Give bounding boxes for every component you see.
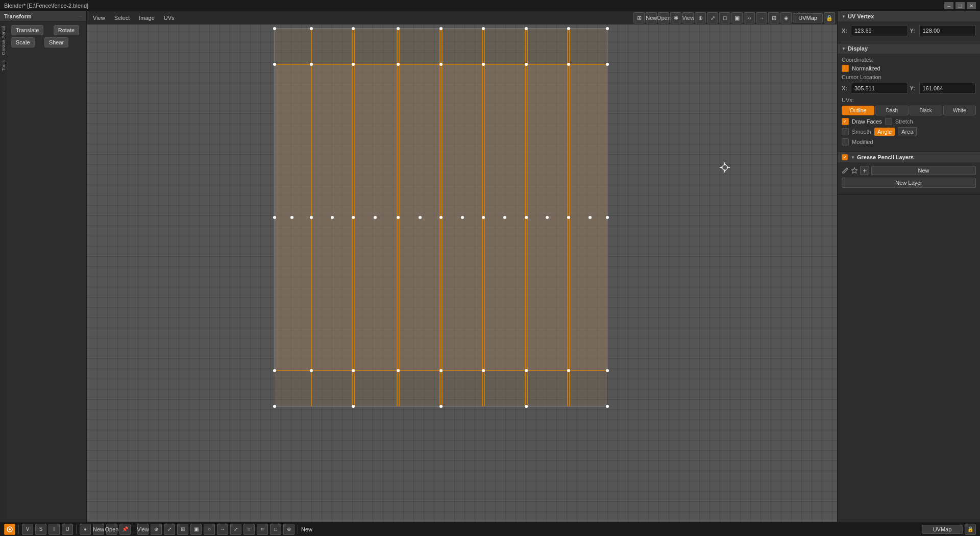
- new-layer-btn[interactable]: New Layer: [842, 178, 976, 188]
- add-layer-btn[interactable]: +: [860, 166, 869, 175]
- proportional-icon[interactable]: ≡: [243, 524, 255, 535]
- select-icon[interactable]: S: [35, 524, 46, 535]
- viewport-icon-8[interactable]: →: [756, 12, 767, 23]
- uv-y-label: Y:: [910, 28, 917, 34]
- new-layer-label-btn[interactable]: New: [871, 166, 976, 175]
- open-status-btn[interactable]: Open: [106, 524, 117, 535]
- viewport-icon-6[interactable]: ▣: [731, 12, 743, 23]
- svg-point-52: [397, 216, 400, 219]
- angle-tag[interactable]: Angle: [874, 128, 895, 136]
- viewport-icon-7[interactable]: ○: [744, 12, 755, 23]
- resize-icon[interactable]: ⤢: [230, 524, 241, 535]
- star-icon[interactable]: [851, 167, 858, 174]
- viewport-icon-10[interactable]: ◈: [780, 12, 792, 23]
- open-image-btn[interactable]: Open: [658, 12, 669, 23]
- view-menu-btn[interactable]: View: [89, 14, 109, 22]
- new-status-text: New: [301, 526, 312, 532]
- draw-faces-row: ✓ Draw Faces Stretch: [838, 117, 980, 126]
- uv-viewport[interactable]: View Select Image UVs ⊞ New Open ✱ View …: [87, 11, 837, 522]
- new-image-btn[interactable]: New: [646, 12, 657, 23]
- status-sep-4: [298, 525, 298, 534]
- snap-icon[interactable]: ⤢: [164, 524, 175, 535]
- transform-panel-title: Transform: [4, 13, 32, 19]
- viewport-top-strip: View Select Image UVs ⊞ New Open ✱ View …: [87, 11, 837, 25]
- smooth-checkbox[interactable]: [842, 128, 849, 135]
- svg-point-62: [606, 216, 609, 219]
- svg-point-31: [397, 27, 400, 30]
- viewport-icon-5[interactable]: □: [719, 12, 730, 23]
- uv-x-field[interactable]: 123.69: [851, 25, 908, 36]
- mode-icon[interactable]: ●: [80, 524, 91, 535]
- uv-vertex-header[interactable]: ▼ UV Vertex: [838, 11, 980, 21]
- uv-y-field[interactable]: 128.00: [919, 25, 976, 36]
- svg-point-59: [546, 216, 549, 219]
- new-layer-text: New Layer: [895, 180, 922, 186]
- select-menu-btn[interactable]: Select: [110, 14, 134, 22]
- gp-title: Grease Pencil Layers: [857, 154, 914, 160]
- close-button[interactable]: ✕: [967, 2, 976, 9]
- area-tag[interactable]: Area: [898, 127, 917, 136]
- render-type-icon[interactable]: ⊕: [151, 524, 162, 535]
- pin-icon[interactable]: 📌: [119, 524, 131, 535]
- draw-faces-checkbox[interactable]: ✓: [842, 118, 849, 125]
- view-icon[interactable]: V: [22, 524, 33, 535]
- svg-point-44: [567, 63, 570, 66]
- uv-y-value: 128.00: [923, 28, 940, 34]
- view-type-icon[interactable]: View: [137, 524, 149, 535]
- props-icon[interactable]: ▣: [190, 524, 202, 535]
- svg-point-48: [310, 216, 313, 219]
- circle-icon[interactable]: ○: [204, 524, 215, 535]
- scale-button[interactable]: Scale: [11, 37, 35, 47]
- display-header[interactable]: ▼ Display: [838, 43, 980, 54]
- svg-point-47: [290, 216, 293, 219]
- mesh-icon[interactable]: ⌗: [257, 524, 268, 535]
- add-icon[interactable]: ⊕: [283, 524, 295, 535]
- viewport-icon-9[interactable]: ⊞: [768, 12, 779, 23]
- arrow-icon[interactable]: →: [217, 524, 228, 535]
- uv-vertex-title: UV Vertex: [848, 13, 874, 19]
- new-image-status-btn[interactable]: New: [93, 524, 104, 535]
- grease-pencil-header[interactable]: ✓ ▼ Grease Pencil Layers: [838, 152, 980, 162]
- svg-rect-12: [275, 371, 607, 406]
- lock-status-icon[interactable]: 🔒: [965, 524, 976, 535]
- image-icon[interactable]: I: [48, 524, 60, 535]
- cursor-y-field[interactable]: 161.084: [919, 83, 976, 94]
- minimize-button[interactable]: –: [944, 2, 953, 9]
- pencil-icon[interactable]: [842, 167, 849, 174]
- translate-button[interactable]: Translate: [11, 25, 43, 35]
- maximize-button[interactable]: □: [955, 2, 965, 9]
- blender-icon: [6, 526, 13, 533]
- select-type-icon[interactable]: □: [270, 524, 281, 535]
- uv-map-status-selector[interactable]: UVMap: [922, 525, 963, 534]
- tools-tab[interactable]: Tools: [1, 58, 6, 73]
- left-panel: Transform ··· Grease Pencil Tools Transl…: [0, 11, 87, 522]
- uv-map-selector[interactable]: UVMap: [793, 13, 823, 22]
- shear-button[interactable]: Shear: [44, 37, 68, 47]
- viewport-icon-2[interactable]: ✱: [670, 12, 681, 23]
- blender-logo[interactable]: [4, 524, 15, 535]
- rotate-button[interactable]: Rotate: [54, 25, 79, 35]
- grease-pencil-tab[interactable]: Grease Pencil: [1, 24, 6, 57]
- normalized-row: Normalized: [838, 64, 980, 73]
- outline-btn[interactable]: Outline: [842, 106, 874, 115]
- image-menu-btn[interactable]: Image: [135, 14, 159, 22]
- stretch-checkbox[interactable]: [885, 118, 892, 125]
- viewport-icon-4[interactable]: ⤢: [707, 12, 718, 23]
- view-btn[interactable]: View: [682, 12, 694, 23]
- dash-btn[interactable]: Dash: [875, 106, 908, 115]
- uv-canvas-area[interactable]: [87, 25, 837, 522]
- viewport-icon-3[interactable]: ⊕: [695, 12, 706, 23]
- lock-icon[interactable]: 🔒: [824, 12, 835, 23]
- svg-point-71: [606, 369, 609, 372]
- white-btn[interactable]: White: [943, 106, 976, 115]
- cursor-x-field[interactable]: 305.511: [851, 83, 908, 94]
- modified-checkbox[interactable]: [842, 138, 849, 145]
- uvs-label: UVs:: [838, 95, 980, 104]
- black-btn[interactable]: Black: [910, 106, 942, 115]
- grid-icon[interactable]: ⊞: [177, 524, 188, 535]
- uvs-icon[interactable]: U: [62, 524, 73, 535]
- viewport-icon-1[interactable]: ⊞: [633, 12, 645, 23]
- normalized-checkbox[interactable]: [842, 65, 849, 72]
- uvs-menu-btn[interactable]: UVs: [160, 14, 179, 22]
- gp-visibility-checkbox[interactable]: ✓: [842, 154, 848, 160]
